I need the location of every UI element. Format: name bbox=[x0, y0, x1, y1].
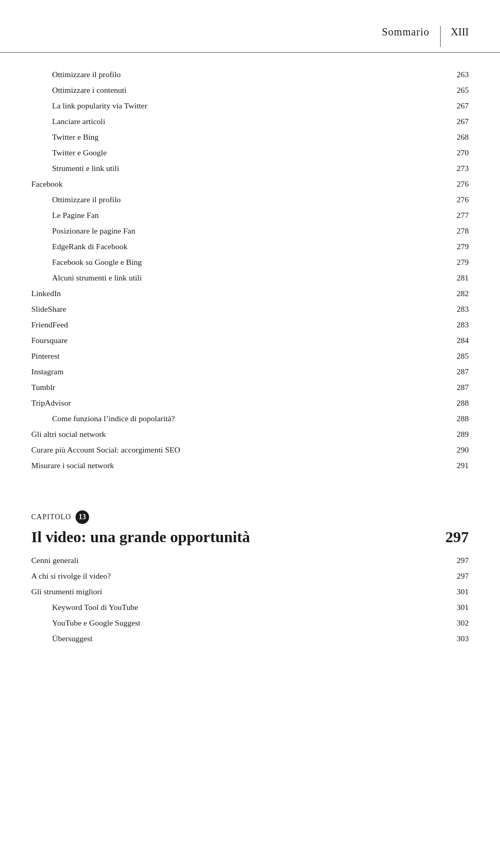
toc-entry-page: 263 bbox=[448, 68, 469, 81]
chapter-label: CAPITOLO 13 bbox=[31, 510, 469, 524]
chapter-number: 13 bbox=[76, 510, 89, 524]
toc-entry: LinkedIn282 bbox=[31, 287, 469, 300]
header-divider bbox=[440, 26, 441, 47]
toc-entry-page: 268 bbox=[448, 131, 469, 143]
chapter-title-row: Il video: una grande opportunità 297 bbox=[31, 528, 469, 546]
toc-entry-text: Facebook bbox=[31, 178, 448, 190]
toc-entry: Come funziona l’indice di popolarità?288 bbox=[31, 412, 469, 425]
toc-entry: Ottimizzare i contenuti265 bbox=[31, 84, 469, 96]
toc-entry-text: TripAdvisor bbox=[31, 397, 448, 409]
chapter-section: CAPITOLO 13 Il video: una grande opportu… bbox=[31, 505, 469, 645]
toc-entry-page: 265 bbox=[448, 84, 469, 96]
toc-entry-text: Strumenti e link utili bbox=[31, 162, 448, 175]
toc-entry-text: Curare più Account Social: accorgimenti … bbox=[31, 444, 448, 456]
chapter-word: CAPITOLO bbox=[31, 513, 71, 521]
toc-entry: Instagram287 bbox=[31, 365, 469, 378]
chapter-entry-text: Gli strumenti migliori bbox=[31, 585, 448, 598]
toc-entry-text: Posizionare le pagine Fan bbox=[31, 225, 448, 237]
chapter-entry-page: 301 bbox=[448, 585, 469, 598]
toc-entry-text: Facebook su Google e Bing bbox=[31, 256, 448, 268]
toc-entry: SlideShare283 bbox=[31, 303, 469, 315]
toc-entry: Curare più Account Social: accorgimenti … bbox=[31, 444, 469, 456]
toc-entry: Tumblr287 bbox=[31, 381, 469, 394]
chapter-entry-text: Cenni generali bbox=[31, 554, 448, 567]
toc-entry-page: 279 bbox=[448, 256, 469, 268]
toc-entry-page: 278 bbox=[448, 225, 469, 237]
toc-entry-page: 276 bbox=[448, 178, 469, 190]
toc-entry-page: 287 bbox=[448, 381, 469, 394]
chapter-title: Il video: una grande opportunità bbox=[31, 528, 438, 546]
toc-entry-text: Lanciare articoli bbox=[31, 115, 448, 128]
toc-entry: Facebook276 bbox=[31, 178, 469, 190]
toc-entry-page: 270 bbox=[448, 146, 469, 159]
toc-entry-page: 290 bbox=[448, 444, 469, 456]
toc-entry-page: 273 bbox=[448, 162, 469, 175]
toc-entry-page: 291 bbox=[448, 459, 469, 472]
toc-entry: La link popularity via Twitter267 bbox=[31, 100, 469, 112]
toc-entry-page: 267 bbox=[448, 115, 469, 128]
toc-entry-text: Alcuni strumenti e link utili bbox=[31, 272, 448, 284]
toc-entry-page: 282 bbox=[448, 287, 469, 300]
toc-entry-text: Ottimizzare il profilo bbox=[31, 68, 448, 81]
toc-entry: Ottimizzare il profilo276 bbox=[31, 193, 469, 206]
toc-entry-page: 279 bbox=[448, 240, 469, 253]
toc-entry: Twitter e Bing268 bbox=[31, 131, 469, 143]
toc-entry-text: Gli altri social network bbox=[31, 428, 448, 441]
toc-entry: Alcuni strumenti e link utili281 bbox=[31, 272, 469, 284]
chapter-toc-entry: Keyword Tool di YouTube301 bbox=[31, 601, 469, 614]
toc-entry-page: 281 bbox=[448, 272, 469, 284]
header-sommario: Sommario bbox=[382, 26, 429, 38]
toc-entry-text: Pinterest bbox=[31, 350, 448, 362]
toc-entry: Misurare i social network291 bbox=[31, 459, 469, 472]
toc-entry: FriendFeed283 bbox=[31, 319, 469, 331]
chapter-toc-entry: A chi si rivolge il video?297 bbox=[31, 570, 469, 582]
chapter-toc-entry: Cenni generali297 bbox=[31, 554, 469, 567]
toc-entry-text: Foursquare bbox=[31, 334, 448, 347]
toc-entry-text: Instagram bbox=[31, 365, 448, 378]
toc-entry: Lanciare articoli267 bbox=[31, 115, 469, 128]
chapter-entry-text: YouTube e Google Suggest bbox=[31, 617, 448, 629]
toc-entry: Gli altri social network289 bbox=[31, 428, 469, 441]
toc-entry-text: EdgeRank di Facebook bbox=[31, 240, 448, 253]
chapter-entry-page: 297 bbox=[448, 570, 469, 582]
chapter-toc-entry: Gli strumenti migliori301 bbox=[31, 585, 469, 598]
toc-content: Ottimizzare il profilo263Ottimizzare i c… bbox=[0, 53, 500, 664]
toc-entry-page: 288 bbox=[448, 397, 469, 409]
toc-entry: Twitter e Google270 bbox=[31, 146, 469, 159]
chapter-entry-text: Übersuggest bbox=[31, 632, 448, 645]
toc-entry: Ottimizzare il profilo263 bbox=[31, 68, 469, 81]
toc-entry-text: Ottimizzare i contenuti bbox=[31, 84, 448, 96]
chapter-entry-page: 302 bbox=[448, 617, 469, 629]
chapter-entry-page: 297 bbox=[448, 554, 469, 567]
toc-entry-page: 277 bbox=[448, 209, 469, 222]
toc-entry-text: La link popularity via Twitter bbox=[31, 100, 448, 112]
toc-entry-text: Ottimizzare il profilo bbox=[31, 193, 448, 206]
toc-entry-text: LinkedIn bbox=[31, 287, 448, 300]
toc-entry-page: 283 bbox=[448, 319, 469, 331]
page-header: Sommario XIII bbox=[0, 21, 500, 53]
toc-entry-page: 288 bbox=[448, 412, 469, 425]
chapter-entry-page: 303 bbox=[448, 632, 469, 645]
toc-entries-list: Ottimizzare il profilo263Ottimizzare i c… bbox=[31, 68, 469, 472]
toc-entry: Strumenti e link utili273 bbox=[31, 162, 469, 175]
toc-entry: Le Pagine Fan277 bbox=[31, 209, 469, 222]
toc-entry-text: FriendFeed bbox=[31, 319, 448, 331]
chapter-toc-entry: Übersuggest303 bbox=[31, 632, 469, 645]
toc-entry: Facebook su Google e Bing279 bbox=[31, 256, 469, 268]
chapter-entry-page: 301 bbox=[448, 601, 469, 614]
toc-entry-text: Twitter e Bing bbox=[31, 131, 448, 143]
chapter-entries-list: Cenni generali297A chi si rivolge il vid… bbox=[31, 554, 469, 645]
toc-entry-page: 285 bbox=[448, 350, 469, 362]
toc-entry-text: Tumblr bbox=[31, 381, 448, 394]
toc-entry-page: 289 bbox=[448, 428, 469, 441]
toc-spacer bbox=[31, 475, 469, 490]
toc-entry: EdgeRank di Facebook279 bbox=[31, 240, 469, 253]
toc-entry-text: Twitter e Google bbox=[31, 146, 448, 159]
chapter-page: 297 bbox=[438, 528, 469, 546]
toc-entry-page: 283 bbox=[448, 303, 469, 315]
chapter-toc-entry: YouTube e Google Suggest302 bbox=[31, 617, 469, 629]
toc-entry-page: 276 bbox=[448, 193, 469, 206]
toc-entry-text: Come funziona l’indice di popolarità? bbox=[31, 412, 448, 425]
header-page-number: XIII bbox=[451, 26, 469, 38]
toc-entry-page: 267 bbox=[448, 100, 469, 112]
